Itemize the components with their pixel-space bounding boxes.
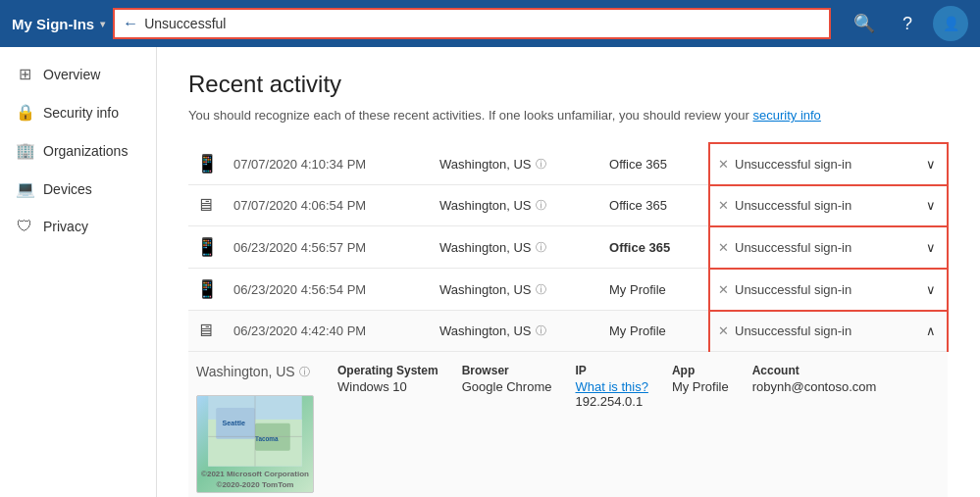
- detail-row: Washington, US ⓘ Seattle: [188, 352, 948, 498]
- avatar-button[interactable]: 👤: [933, 6, 968, 41]
- map-location: Washington, US ⓘ: [196, 364, 314, 379]
- device-icon: 📱: [196, 154, 218, 174]
- device-icon: 🖥: [196, 321, 214, 340]
- datetime-cell: 06/23/2020 4:42:40 PM: [226, 311, 432, 352]
- status-cell: ✕ Unsuccessful sign-in: [709, 143, 918, 185]
- activity-table: 📱 07/07/2020 4:10:34 PM Washington, US ⓘ…: [188, 142, 949, 497]
- map-info-icon[interactable]: ⓘ: [299, 365, 310, 379]
- top-navigation: My Sign-Ins ▾ ← 🔍 ? 👤: [0, 0, 980, 47]
- sidebar-item-privacy[interactable]: 🛡 Privacy: [0, 208, 156, 245]
- subtitle-text: You should recognize each of these recen…: [188, 108, 749, 123]
- location-text: Washington, US: [439, 282, 531, 297]
- chevron-cell[interactable]: ∨: [918, 185, 948, 226]
- table-row: 🖥 07/07/2020 4:06:54 PM Washington, US ⓘ…: [188, 185, 948, 226]
- location-cell: Washington, US ⓘ: [432, 226, 601, 269]
- expand-chevron-icon: ∨: [926, 157, 936, 172]
- location-info-icon[interactable]: ⓘ: [536, 157, 546, 172]
- x-icon: ✕: [718, 198, 729, 213]
- detail-columns: Operating System Windows 10 Browser Goog…: [337, 364, 876, 409]
- x-icon: ✕: [718, 157, 729, 172]
- chevron-cell[interactable]: ∨: [918, 269, 948, 311]
- x-icon: ✕: [718, 240, 729, 255]
- datetime-cell: 07/07/2020 4:10:34 PM: [226, 143, 432, 185]
- location-cell: Washington, US ⓘ: [432, 143, 601, 185]
- account-column: Account robynh@contoso.com: [752, 364, 877, 409]
- expand-chevron-icon: ∨: [926, 240, 936, 255]
- app-column: App My Profile: [672, 364, 729, 409]
- chevron-cell[interactable]: ∨: [918, 226, 948, 269]
- os-column: Operating System Windows 10: [337, 364, 438, 409]
- sidebar-label-privacy: Privacy: [43, 219, 88, 234]
- sidebar-item-organizations[interactable]: 🏢 Organizations: [0, 131, 156, 170]
- expand-chevron-icon: ∨: [926, 282, 936, 297]
- browser-value: Google Chrome: [462, 379, 552, 394]
- ip-column: IP What is this? 192.254.0.1: [575, 364, 647, 409]
- sidebar-label-security-info: Security info: [43, 105, 119, 121]
- sidebar-label-devices: Devices: [43, 181, 92, 197]
- app-detail-value: My Profile: [672, 379, 729, 394]
- chevron-cell[interactable]: ∧: [918, 311, 948, 352]
- sidebar-item-security-info[interactable]: 🔒 Security info: [0, 93, 156, 131]
- location-cell: Washington, US ⓘ: [432, 185, 601, 226]
- back-arrow-icon[interactable]: ←: [123, 15, 138, 32]
- location-info-icon[interactable]: ⓘ: [536, 198, 546, 213]
- datetime-cell: 06/23/2020 4:56:54 PM: [226, 269, 432, 311]
- brand-title[interactable]: My Sign-Ins ▾: [12, 16, 105, 32]
- expand-chevron-icon: ∨: [926, 198, 936, 213]
- chevron-cell[interactable]: ∨: [918, 143, 948, 185]
- app-cell: My Profile: [601, 311, 709, 352]
- status-cell: ✕ Unsuccessful sign-in: [709, 269, 918, 311]
- status-cell: ✕ Unsuccessful sign-in: [709, 185, 918, 226]
- location-cell: Washington, US ⓘ: [432, 269, 601, 311]
- device-icon: 📱: [196, 279, 218, 299]
- ip-value: What is this? 192.254.0.1: [575, 379, 647, 409]
- sidebar: ⊞ Overview 🔒 Security info 🏢 Organizatio…: [0, 47, 157, 497]
- devices-icon: 💻: [16, 179, 33, 198]
- search-bar-container: ←: [113, 8, 831, 39]
- device-icon: 📱: [196, 237, 218, 257]
- overview-icon: ⊞: [16, 65, 33, 83]
- datetime-cell: 07/07/2020 4:06:54 PM: [226, 185, 432, 226]
- page-subtitle: You should recognize each of these recen…: [188, 108, 949, 123]
- x-icon: ✕: [718, 323, 729, 338]
- detail-left: Washington, US ⓘ Seattle: [196, 364, 314, 493]
- brand-label: My Sign-Ins: [12, 16, 94, 32]
- organizations-icon: 🏢: [16, 141, 33, 160]
- status-text: Unsuccessful sign-in: [735, 198, 851, 213]
- brand-chevron-icon: ▾: [100, 19, 105, 29]
- account-label: Account: [752, 364, 877, 377]
- sidebar-label-organizations: Organizations: [43, 143, 128, 159]
- page-layout: ⊞ Overview 🔒 Security info 🏢 Organizatio…: [0, 47, 980, 497]
- app-cell: Office 365: [601, 143, 709, 185]
- table-row: 📱 06/23/2020 4:56:57 PM Washington, US ⓘ…: [188, 226, 948, 269]
- search-button[interactable]: 🔍: [847, 6, 882, 41]
- browser-column: Browser Google Chrome: [462, 364, 552, 409]
- security-info-link[interactable]: security info: [752, 108, 820, 123]
- map-svg: Seattle Tacoma: [196, 396, 314, 467]
- detail-content: Washington, US ⓘ Seattle: [196, 364, 940, 493]
- top-nav-icons: 🔍 ? 👤: [847, 6, 968, 41]
- location-text: Washington, US: [439, 323, 531, 338]
- app-cell: Office 365: [601, 185, 709, 226]
- ip-what-link[interactable]: What is this?: [575, 379, 647, 394]
- help-button[interactable]: ?: [890, 6, 925, 41]
- browser-label: Browser: [462, 364, 552, 377]
- svg-text:Seattle: Seattle: [223, 420, 245, 427]
- sidebar-item-overview[interactable]: ⊞ Overview: [0, 55, 156, 93]
- status-text: Unsuccessful sign-in: [735, 282, 851, 297]
- privacy-icon: 🛡: [16, 218, 33, 235]
- search-input[interactable]: [144, 16, 821, 31]
- location-info-icon[interactable]: ⓘ: [536, 323, 546, 338]
- ip-label: IP: [575, 364, 647, 377]
- device-icon: 🖥: [196, 195, 214, 215]
- sidebar-item-devices[interactable]: 💻 Devices: [0, 170, 156, 208]
- map-copyright: ©2021 Microsoft Corporation ©2020-2020 T…: [197, 467, 313, 492]
- sidebar-label-overview: Overview: [43, 67, 100, 82]
- location-info-icon[interactable]: ⓘ: [536, 282, 546, 297]
- table-row: 🖥 06/23/2020 4:42:40 PM Washington, US ⓘ…: [188, 311, 948, 352]
- location-text: Washington, US: [439, 240, 531, 255]
- app-cell: My Profile: [601, 269, 709, 311]
- status-cell: ✕ Unsuccessful sign-in: [709, 311, 918, 352]
- os-value: Windows 10: [337, 379, 438, 394]
- location-info-icon[interactable]: ⓘ: [536, 240, 546, 255]
